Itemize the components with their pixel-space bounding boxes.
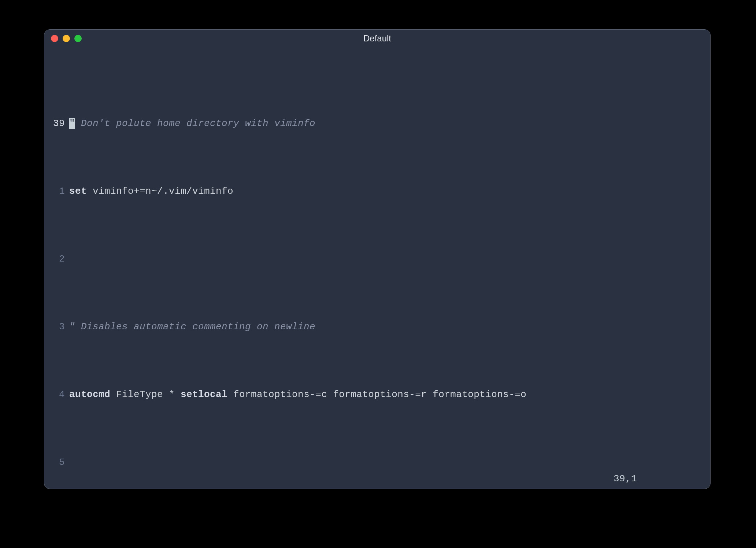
comment-text: Disables automatic commenting on newline bbox=[75, 321, 315, 332]
gutter-current: 39 bbox=[44, 115, 69, 132]
keyword: autocmd bbox=[69, 389, 110, 400]
code-line: " Don't polute home directory with vimin… bbox=[69, 115, 701, 132]
code-line: autocmd FileType * setlocal formatoption… bbox=[69, 386, 701, 403]
code-text: FileType * bbox=[110, 389, 181, 400]
status-bar-position: 39,1 bbox=[614, 473, 696, 484]
window-title: Default bbox=[44, 33, 710, 44]
code-line: " Disables automatic commenting on newli… bbox=[69, 318, 701, 335]
titlebar: Default bbox=[44, 30, 710, 47]
keyword: setlocal bbox=[181, 389, 227, 400]
gutter-number: 4 bbox=[44, 386, 69, 403]
gutter-number: 5 bbox=[44, 454, 69, 471]
editor-viewport[interactable]: 39 " Don't polute home directory with vi… bbox=[44, 47, 710, 489]
close-icon[interactable] bbox=[51, 35, 58, 42]
editor-line: 39 " Don't polute home directory with vi… bbox=[44, 115, 710, 132]
editor-line: 3 " Disables automatic commenting on new… bbox=[44, 318, 710, 335]
cursor: " bbox=[69, 118, 75, 129]
editor-line: 5 bbox=[44, 454, 710, 471]
keyword: set bbox=[69, 186, 87, 197]
editor-line: 1 set viminfo+=n~/.vim/viminfo bbox=[44, 183, 710, 200]
minimize-icon[interactable] bbox=[63, 35, 70, 42]
editor-line: 4 autocmd FileType * setlocal formatopti… bbox=[44, 386, 710, 403]
code-line: set viminfo+=n~/.vim/viminfo bbox=[69, 183, 701, 200]
code-line bbox=[69, 454, 701, 471]
comment-quote: " bbox=[69, 321, 75, 332]
terminal-window: Default 39 " Don't polute home directory… bbox=[44, 29, 711, 489]
gutter-number: 3 bbox=[44, 318, 69, 335]
gutter-number: 2 bbox=[44, 251, 69, 267]
gutter-number: 1 bbox=[44, 183, 69, 200]
code-text: formatoptions-=c formatoptions-=r format… bbox=[227, 389, 526, 400]
comment-text: Don't polute home directory with viminfo bbox=[75, 118, 315, 129]
zoom-icon[interactable] bbox=[74, 35, 82, 42]
editor-line: 2 bbox=[44, 251, 710, 267]
code-text: viminfo+=n~/.vim/viminfo bbox=[87, 186, 233, 197]
window-controls bbox=[51, 35, 82, 42]
code-line bbox=[69, 251, 701, 267]
